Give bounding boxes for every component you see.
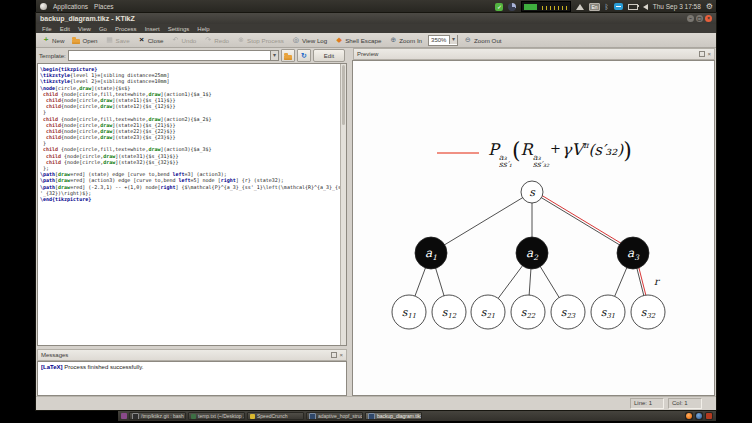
red-legend-line (437, 152, 479, 154)
toolbar-shell-button[interactable]: Shell Escape (333, 35, 383, 45)
session-gear-icon[interactable]: ⚙ (706, 2, 713, 12)
menu-item-edit[interactable]: Edit (60, 26, 70, 32)
toolbar-undo-button: Undo (169, 35, 198, 45)
ktikz-icon (309, 413, 316, 420)
preview-title: Preview (357, 51, 378, 57)
formula-gamma-v: γV (562, 140, 583, 159)
clock-label[interactable]: Thu Sep 3 17:58 (653, 3, 701, 10)
redo-icon (204, 36, 212, 44)
preview-dock-header: Preview × (353, 48, 715, 60)
zoomout-icon (464, 36, 472, 44)
edge-s-a1 (431, 192, 532, 253)
globe-icon[interactable] (695, 412, 703, 420)
speedcrunch-icon (250, 414, 255, 419)
backup-diagram: sa1a2a3s11s12s21s22s23s31s32r (353, 61, 715, 396)
template-reload-button[interactable] (297, 49, 311, 62)
close-dock-icon[interactable]: × (339, 353, 343, 358)
save-icon (106, 36, 114, 44)
menu-item-help[interactable]: Help (197, 26, 209, 32)
distro-logo-icon[interactable] (40, 3, 47, 10)
minimize-button[interactable]: – (687, 15, 694, 22)
close-dock-icon[interactable]: × (707, 52, 711, 57)
preview-canvas[interactable]: sa1a2a3s11s12s21s22s23s31s32r Pa₃ss′₁(Ra… (352, 60, 715, 396)
toolbar-zoomout-button[interactable]: Zoom Out (462, 35, 504, 45)
menubar: FileEditViewGoProcessInsertSettingsHelp (36, 24, 716, 33)
taskbar-item-4[interactable]: adaptive_hopf_struc... (306, 412, 363, 420)
float-dock-icon[interactable] (331, 352, 337, 358)
toolbar-zoomin-button[interactable]: Zoom In (387, 35, 424, 45)
menu-item-settings[interactable]: Settings (168, 26, 190, 32)
statusbar: Line: 1 Col: 1 (36, 396, 716, 410)
messages-output: [LaTeX] Process finished successfully. (37, 361, 347, 396)
menu-item-go[interactable]: Go (99, 26, 107, 32)
latex-message: Process finished successfully. (63, 364, 144, 370)
network-icon[interactable] (576, 4, 584, 10)
volume-icon[interactable] (643, 4, 648, 10)
system-monitor-applet[interactable] (521, 1, 571, 12)
undo-icon (171, 36, 179, 44)
terminal-icon (132, 413, 139, 420)
taskbar-item-1[interactable]: /tmp/ktikz.git : bash ... (129, 412, 186, 420)
gnome-top-panel: Applications Places ✓ En ᛒ Thu Sep 3 17:… (36, 0, 716, 13)
taskbar: /tmp/ktikz.git : bash ...temp.txt (~/Des… (118, 411, 716, 421)
status-col: Col: 1 (668, 398, 702, 409)
updates-tray-icon[interactable]: ✓ (495, 3, 503, 11)
toolbar: NewOpenSaveCloseUndoRedoStop ProcessView… (36, 33, 716, 48)
toolbar-save-button: Save (104, 35, 132, 45)
menu-item-view[interactable]: View (78, 26, 91, 32)
battery-icon[interactable] (628, 4, 638, 10)
status-line: Line: 1 (630, 398, 664, 409)
applications-menu[interactable]: Applications (53, 3, 88, 10)
viewlog-icon (292, 36, 300, 44)
close-button[interactable]: × (705, 15, 712, 22)
firefox-icon[interactable] (685, 412, 693, 420)
open-icon (72, 39, 80, 44)
editor-column: Template: Edit \begin{tikzpicture}\tikzs… (36, 48, 348, 397)
red-edge-s-a3 (533, 190, 634, 251)
float-dock-icon[interactable] (699, 51, 705, 57)
taskbar-item-5[interactable]: backup_diagram.tikz ... (365, 412, 422, 420)
maximize-button[interactable]: ▢ (696, 15, 703, 22)
places-menu[interactable]: Places (94, 3, 114, 10)
template-combo[interactable] (68, 50, 279, 61)
keyboard-layout-indicator[interactable]: En (589, 3, 599, 11)
messaging-icon[interactable] (614, 3, 623, 10)
taskbar-items: /tmp/ktikz.git : bash ...temp.txt (~/Des… (129, 412, 422, 420)
template-open-button[interactable] (281, 49, 295, 62)
template-label: Template: (39, 52, 66, 59)
code-line: \end{tikzpicture} (40, 196, 340, 202)
desktop-screen: Applications Places ✓ En ᛒ Thu Sep 3 17:… (36, 0, 716, 421)
toolbar-new-button[interactable]: New (40, 35, 66, 45)
clock-pie-icon[interactable] (508, 3, 516, 11)
toolbar-open-button[interactable]: Open (70, 35, 99, 45)
show-desktop-icon[interactable] (121, 413, 127, 419)
toolbar-close-button[interactable]: Close (136, 35, 166, 45)
ktikz-icon (368, 413, 375, 420)
toolbar-viewlog-button[interactable]: View Log (290, 35, 329, 45)
bluetooth-icon[interactable]: ᛒ (605, 3, 609, 11)
workspace-icon[interactable] (705, 412, 713, 420)
preview-column: Preview × sa1a2a3s11s12s21s22s23s31s32r … (352, 48, 716, 397)
edge-s-a3 (532, 192, 633, 253)
taskbar-item-3[interactable]: SpeedCrunch (247, 412, 304, 420)
menu-item-insert[interactable]: Insert (145, 26, 160, 32)
editor-scrollbar[interactable] (340, 64, 346, 345)
folder-icon (284, 55, 292, 60)
formula-annotation: Pa₃ss′₁(Ra₃ss′₃₂+γVπ(s′₃₂)) (437, 137, 632, 169)
ktikz-window: backup_diagram.tikz - KTikZ – ▢ × FileEd… (36, 13, 716, 410)
menu-item-process[interactable]: Process (115, 26, 137, 32)
shell-icon (335, 36, 343, 44)
refresh-icon (300, 52, 308, 60)
formula-p: P (488, 140, 499, 159)
taskbar-item-2[interactable]: temp.txt (~/Desktop ... (188, 412, 245, 420)
code-editor[interactable]: \begin{tikzpicture}\tikzstyle{level 1}=[… (37, 63, 347, 346)
zoomin-icon (389, 36, 397, 44)
latex-prefix: [LaTeX] (41, 364, 63, 370)
template-row: Template: Edit (36, 48, 348, 63)
zoom-level-combo[interactable]: 350% (428, 35, 458, 46)
formula-r: R (521, 140, 533, 159)
titlebar[interactable]: backup_diagram.tikz - KTikZ – ▢ × (36, 13, 716, 24)
text-editor-icon (191, 414, 196, 419)
menu-item-file[interactable]: File (42, 26, 52, 32)
template-edit-button[interactable]: Edit (313, 49, 345, 62)
